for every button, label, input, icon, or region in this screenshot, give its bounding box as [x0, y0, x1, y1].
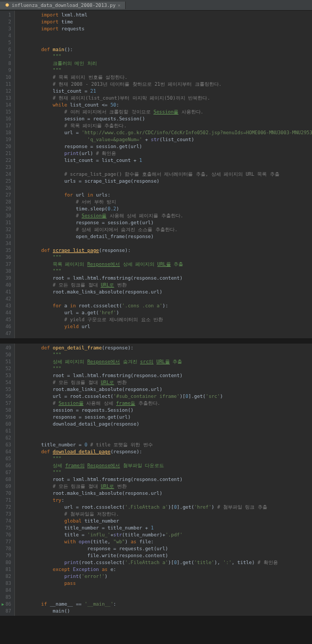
code-line[interactable]: url = root.cssselect('.FileAttach a')[0]…	[18, 504, 312, 511]
code-line[interactable]	[18, 185, 312, 192]
line-number: 15	[2, 109, 11, 116]
code-line[interactable]: urls = scrape_list_page(response)	[18, 178, 312, 185]
code-line[interactable]: print(root.cssselect('.FileAttach a')[0]…	[18, 559, 312, 566]
code-line[interactable]: yield url	[18, 323, 312, 330]
code-editor[interactable]: def open_detail_frame(response): """ 상세 …	[15, 344, 312, 616]
line-number: 30	[2, 213, 11, 219]
code-line[interactable]: pass	[18, 580, 312, 587]
code-line[interactable]: response = session.get(url)	[18, 143, 312, 150]
code-line[interactable]: # 첨부파일을 저장한다.	[18, 511, 312, 518]
code-line[interactable]: open_detail_frame(response)	[18, 233, 312, 240]
code-line[interactable]: 상세 frame의 Response에서 첨부파일 다운로드	[18, 462, 312, 469]
code-line[interactable]	[18, 587, 312, 594]
code-line[interactable]: # Session를 사용해 상세 frame을 추출한다.	[18, 400, 312, 407]
line-number: 43	[2, 303, 11, 309]
code-line[interactable]: # 여러 페이지에서 크롤링할 것이므로 Session를 사용한다.	[18, 109, 312, 116]
code-line[interactable]: response = requests.get(url)	[18, 545, 312, 552]
line-number: 20	[2, 143, 11, 150]
code-line[interactable]: def scrape_list_page(response):	[18, 247, 312, 254]
code-line[interactable]: download_detail_page(response)	[18, 421, 312, 428]
code-line[interactable]: time.sleep(0.2)	[18, 206, 312, 213]
code-line[interactable]: def open_detail_frame(response):	[18, 345, 312, 352]
code-line[interactable]: """	[18, 67, 312, 74]
code-line[interactable]: if __name__ == '__main__':	[18, 601, 312, 608]
code-line[interactable]: import requests	[18, 26, 312, 32]
code-line[interactable]	[18, 435, 312, 442]
code-line[interactable]: root = lxml.html.fromstring(response.con…	[18, 372, 312, 379]
line-number: 73	[2, 511, 11, 518]
code-line[interactable]: # 목록 페이지 번호를 설정한다.	[18, 74, 312, 81]
code-line[interactable]: url = 'http://www.cdc.go.kr/CDC/info/Cdc…	[18, 129, 312, 136]
code-line[interactable]: while list_count <= 50:	[18, 102, 312, 109]
code-line[interactable]: # 모든 링크를 절대 URL로 변환	[18, 379, 312, 386]
code-line[interactable]: root.make_links_absolute(response.url)	[18, 386, 312, 393]
line-number: 5	[2, 39, 11, 46]
code-line[interactable]: file.write(response.content)	[18, 552, 312, 559]
code-line[interactable]: title_number = 0 # title 포맷을 위한 변수	[18, 442, 312, 449]
close-icon[interactable]: ×	[118, 3, 120, 8]
code-line[interactable]: """	[18, 365, 312, 372]
code-line[interactable]	[18, 296, 312, 303]
file-tab[interactable]: ⬢ influenza_data_download_2008-2013.py ×	[0, 2, 126, 9]
code-line[interactable]: root = lxml.html.fromstring(response.con…	[18, 476, 312, 483]
code-line[interactable]: response = session.get(url)	[18, 414, 312, 421]
code-line[interactable]: session = requests.Session()	[18, 407, 312, 414]
code-line[interactable]: for url in urls:	[18, 192, 312, 199]
code-line[interactable]: main()	[18, 608, 312, 615]
code-line[interactable]: def main():	[18, 46, 312, 53]
code-line[interactable]	[18, 32, 312, 39]
code-line[interactable]: url = root.cssselect('#sub_container ifr…	[18, 393, 312, 400]
code-line[interactable]: 목록 페이지의 Response에서 상세 페이지의 URL를 추출	[18, 261, 312, 268]
code-line[interactable]: title_number = title_number + 1	[18, 525, 312, 532]
code-line[interactable]: # 현재 페이지(list_count)부터 마지막 페이지(50)까지 반복한…	[18, 95, 312, 102]
code-line[interactable]: 'q_value=&pageNum=' + str(list_count)	[18, 136, 312, 143]
code-line[interactable]: except Exception as e:	[18, 566, 312, 573]
code-line[interactable]: # Session를 사용해 상세 페이지를 추출한다.	[18, 213, 312, 219]
code-line[interactable]: """	[18, 352, 312, 358]
code-line[interactable]: print('error!')	[18, 573, 312, 580]
code-line[interactable]: # 모든 링크를 절대 URL로 변환	[18, 282, 312, 289]
code-line[interactable]: list_count = 21	[18, 88, 312, 95]
code-line[interactable]: title = 'influ_'+str(title_number)+'.pdf…	[18, 532, 312, 539]
code-line[interactable]: root = lxml.html.fromstring(response.con…	[18, 275, 312, 282]
code-line[interactable]: url = a.get('href')	[18, 309, 312, 316]
code-line[interactable]: # 상세 페이지에서 숨겨진 소스를 추출한다.	[18, 226, 312, 233]
code-line[interactable]	[18, 39, 312, 46]
code-line[interactable]: for a in root.cssselect('.cons .con a'):	[18, 303, 312, 309]
code-line[interactable]	[18, 330, 312, 337]
code-line[interactable]	[18, 164, 312, 171]
code-line[interactable]: response = session.get(url)	[18, 219, 312, 226]
code-line[interactable]	[18, 240, 312, 247]
code-line[interactable]: def download_detail_page(response):	[18, 449, 312, 455]
code-line[interactable]: # 서버 부하 방지	[18, 199, 312, 206]
line-gutter: 4950515253545556575859606162636465666768…	[0, 344, 15, 616]
code-line[interactable]: global title_number	[18, 518, 312, 525]
code-line[interactable]: 크롤러의 메인 처리	[18, 60, 312, 67]
code-line[interactable]: root.make_links_absolute(response.url)	[18, 490, 312, 497]
code-line[interactable]: print(url) # 확인용	[18, 150, 312, 157]
run-icon[interactable]: ▶	[2, 601, 4, 608]
code-line[interactable]	[18, 594, 312, 601]
code-line[interactable]: with open(title, "wb") as file:	[18, 539, 312, 545]
code-line[interactable]: try:	[18, 497, 312, 504]
code-editor[interactable]: import lxml.html import time import requ…	[15, 11, 312, 338]
code-line[interactable]: # yield 구문으로 제너레이터의 요소 반환	[18, 316, 312, 323]
code-line[interactable]: import time	[18, 19, 312, 26]
code-line[interactable]: session = requests.Session()	[18, 116, 312, 123]
code-line[interactable]: """	[18, 455, 312, 462]
code-line[interactable]: # 모든 링크를 절대 URL로 변환	[18, 483, 312, 490]
code-line[interactable]: """	[18, 268, 312, 275]
code-line[interactable]: import lxml.html	[18, 12, 312, 19]
code-line[interactable]: """	[18, 254, 312, 261]
line-number: 63	[2, 442, 11, 449]
code-line[interactable]: """	[18, 469, 312, 476]
code-line[interactable]: list_count = list_count + 1	[18, 157, 312, 164]
code-line[interactable]: 상세 페이지의 Response에서 숨겨진 src의 URL를 추출	[18, 358, 312, 365]
code-line[interactable]: # 현재 2008 - 2013년 데이터를 찾하므로 21번 페이지부터 크롤…	[18, 81, 312, 88]
code-line[interactable]: root.make_links_absolute(response.url)	[18, 289, 312, 296]
code-line[interactable]: # 목록 페이지를 추출한다.	[18, 123, 312, 129]
code-line[interactable]: # scrape_list_page() 함수를 호출해서 제너레이터를 추출,…	[18, 171, 312, 178]
code-line[interactable]: """	[18, 53, 312, 60]
code-line[interactable]	[18, 428, 312, 435]
line-number: 83	[2, 580, 11, 587]
